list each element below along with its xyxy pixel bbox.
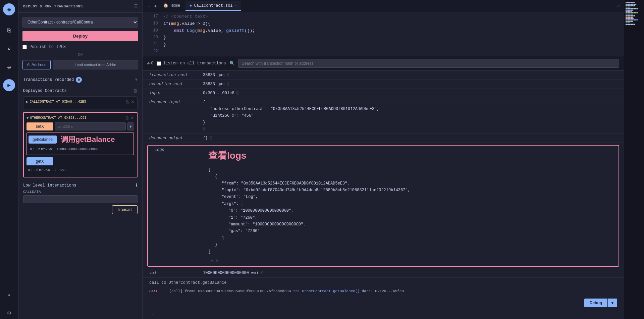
expand-button[interactable]: › <box>149 311 155 317</box>
callcontract-copy-icon[interactable]: ⎘ <box>126 99 129 104</box>
code-line-17: 17 // <comment text> <box>143 13 624 20</box>
decoded-output-copy-icon[interactable]: ⎘ <box>210 136 212 141</box>
deploy-panel-header: DEPLOY & RUN TRANSACTIONS ☰ <box>18 0 142 13</box>
logs-label: logs <box>155 148 208 152</box>
deploy-panel-menu-icon[interactable]: ☰ <box>134 4 138 8</box>
tx-cost-label: transaction cost <box>149 73 203 77</box>
tx-chevron-icon: ▼ <box>135 77 138 82</box>
tab-home[interactable]: 🏠 Home <box>159 1 184 11</box>
val-value: 1000000000000000000 wei ⎘ <box>203 271 617 275</box>
decoded-output-value: {} ⎘ <box>203 136 617 141</box>
sidebar: ◉ ⎘ ⌕ ◎ ▶ ✦ ⚙ <box>0 0 18 319</box>
logs-row: logs 查看logs [ { "from": "0x358AA13c52544… <box>148 146 619 257</box>
decoded-output-row: decoded output {} ⎘ <box>143 134 624 143</box>
callcontract-tab-icon: ◈ <box>190 3 192 8</box>
publish-ipfs-checkbox[interactable] <box>22 45 27 49</box>
maximize-icon[interactable]: ⤢ <box>617 3 621 9</box>
code-line-22: 22 <box>143 48 624 55</box>
call-type: CALL <box>149 289 158 293</box>
tx-search-input[interactable] <box>238 59 619 68</box>
code-area: 17 // <comment text> 18 if(msg.value > 0… <box>143 12 624 56</box>
search-icon[interactable]: ⌕ <box>3 43 15 55</box>
search-filter-icon: 🔍 <box>229 61 235 66</box>
calldata-input[interactable] <box>23 195 138 203</box>
deploy-button[interactable]: Deploy <box>22 31 138 41</box>
low-level-info-icon[interactable]: ℹ <box>136 183 138 188</box>
callcontract-tab-label: CallContract.sol <box>194 3 232 8</box>
expand-row: › <box>143 310 624 319</box>
zoom-out-button[interactable]: − <box>146 2 151 10</box>
transactions-recorded-label: Transactions recorded <box>23 77 74 82</box>
callcontract-chevron-icon[interactable]: ▶ <box>26 100 29 104</box>
getx-button[interactable]: getX <box>26 157 53 165</box>
tx-cost-copy-icon[interactable]: ⎘ <box>227 73 229 77</box>
val-row: val 1000000000000000000 wei ⎘ <box>143 269 624 278</box>
transact-button[interactable]: Transact <box>112 205 138 214</box>
val-copy-icon[interactable]: ⎘ <box>261 271 263 275</box>
tab-callcontract[interactable]: ◈ CallContract.sol ✕ <box>185 1 241 11</box>
getbalance-button[interactable]: getBalance <box>29 136 57 144</box>
zoom-in-button[interactable]: + <box>153 2 158 10</box>
trash-icon[interactable]: 🗑 <box>133 88 138 94</box>
low-level-title: Low level interactions <box>23 183 76 188</box>
load-contract-button[interactable]: Load contract from Addre <box>53 60 138 69</box>
debug-dropdown-icon[interactable]: ▼ <box>607 299 617 307</box>
setx-button[interactable]: setX <box>26 122 53 130</box>
logo-icon[interactable]: ◉ <box>3 3 15 15</box>
exec-cost-copy-icon[interactable]: ⎘ <box>227 82 229 87</box>
deployed-contracts-list: ▶ CALLCONTRACT AT 0XDA0...42B5 ⎘ ✕ ▼ OTH… <box>22 96 138 177</box>
logs-copy-icon-2[interactable]: ⎘ <box>216 259 218 263</box>
or-divider: OR <box>22 53 138 57</box>
transactions-recorded-header[interactable]: Transactions recorded 9 ▼ <box>22 74 138 86</box>
othercontract-name: OTHERCONTRACT AT 0X358...D5I <box>30 116 87 120</box>
tx-badge: 9 <box>76 77 82 83</box>
home-tab-label: Home <box>170 3 180 8</box>
getbalance-container: getBalance 调用getBalance 0: uint256: 1000… <box>26 132 134 155</box>
input-label: input <box>149 91 203 96</box>
setx-input[interactable] <box>55 122 126 130</box>
getx-row: getX <box>26 157 134 165</box>
setx-row: setX ▼ <box>26 122 134 130</box>
debug-row: Debug ▼ <box>143 296 624 310</box>
debug-button[interactable]: Debug <box>584 299 607 307</box>
contract-select[interactable]: OtherContract - contracts/CallContra <box>22 17 138 28</box>
deployed-contracts-header[interactable]: Deployed Contracts 🗑 <box>22 86 138 96</box>
logs-bracket-open: [ <box>208 166 612 173</box>
tab-close-icon[interactable]: ✕ <box>235 3 237 8</box>
code-line-21: 21 } <box>143 41 624 48</box>
decoded-input-copy-icon[interactable]: ⎘ <box>203 127 205 131</box>
tx-log-area[interactable]: transaction cost 38833 gas ⎘ execution c… <box>143 71 624 319</box>
input-value: 0x300...001c8 ⎘ <box>203 91 617 96</box>
logs-section: logs 查看logs [ { "from": "0x358AA13c52544… <box>147 145 619 267</box>
logs-copy-icon-1[interactable]: ⎘ <box>211 259 213 263</box>
listen-checkbox[interactable] <box>157 61 161 66</box>
plugin-icon[interactable]: ✦ <box>3 289 15 301</box>
decoded-input-row: decoded input { "address otherContract":… <box>143 98 624 134</box>
exec-cost-label: execution cost <box>149 82 203 87</box>
minimap: ████████████ ██████████████████ ████████… <box>624 0 644 319</box>
logs-content: 查看logs [ { "from": "0x358AA13c52544ECCEF… <box>208 148 612 255</box>
tx-cost-row: transaction cost 38833 gas ⎘ <box>143 71 624 80</box>
contract-instance-othercontract: ▼ OTHERCONTRACT AT 0X358...D5I ⎘ ✕ setX … <box>23 112 138 177</box>
othercontract-copy-icon[interactable]: ⎘ <box>126 115 128 120</box>
logs-copy-row: ⎘ ⎘ <box>148 257 619 266</box>
at-address-button[interactable]: At Address <box>22 60 51 69</box>
setx-dropdown-icon[interactable]: ▼ <box>127 122 134 130</box>
input-copy-icon[interactable]: ⎘ <box>236 91 239 96</box>
othercontract-chevron-icon[interactable]: ▼ <box>26 116 29 120</box>
input-row: input 0x300...001c8 ⎘ <box>143 89 624 98</box>
deploy-panel-title: DEPLOY & RUN TRANSACTIONS <box>23 4 83 8</box>
main-area: − + 🏠 Home ◈ CallContract.sol ✕ ⤢ 17 // … <box>143 0 624 319</box>
logs-bracket-close: ] <box>208 248 612 255</box>
files-icon[interactable]: ⎘ <box>3 25 15 37</box>
callcontract-close-icon[interactable]: ✕ <box>131 99 135 104</box>
low-level-interactions: Low level interactions ℹ CALLDATA Transa… <box>22 180 138 217</box>
settings-icon[interactable]: ⚙ <box>3 307 15 319</box>
deploy-panel: DEPLOY & RUN TRANSACTIONS ☰ OtherContrac… <box>18 0 143 319</box>
othercontract-close-icon[interactable]: ✕ <box>130 115 134 120</box>
call-info: call to OtherContract.getBalance <box>143 278 624 288</box>
deploy-icon[interactable]: ▶ <box>3 79 15 91</box>
call-info-text: call to OtherContract.getBalance <box>149 280 226 285</box>
git-icon[interactable]: ◎ <box>3 61 15 73</box>
logs-chinese-annotation: 查看logs <box>208 148 612 164</box>
